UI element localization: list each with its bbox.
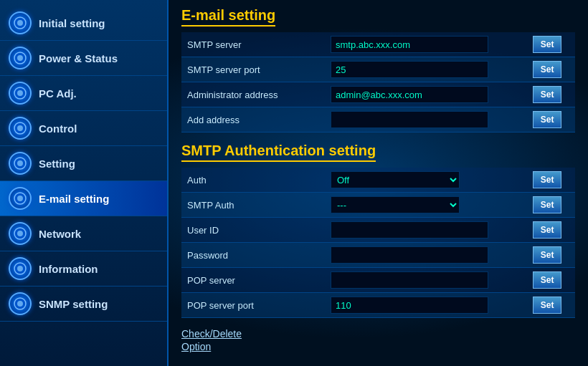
label-pop-server-port: POP server port	[181, 293, 325, 318]
svg-point-15	[17, 266, 23, 271]
check-delete-link[interactable]: Check/Delete	[181, 328, 575, 339]
set-btn-user-id[interactable]: Set	[533, 221, 562, 239]
sidebar: Initial setting Power & Status PC Adj. C…	[0, 0, 169, 366]
snmp-setting-icon	[9, 292, 32, 315]
label-admin-address: Administrator address	[181, 82, 325, 107]
sidebar-item-power-status[interactable]: Power & Status	[0, 41, 167, 76]
sidebar-item-email-setting[interactable]: E-mail setting	[0, 181, 167, 216]
input-smtp-server-port[interactable]	[331, 61, 488, 78]
sidebar-label-setting: Setting	[39, 158, 75, 170]
sidebar-item-information[interactable]: Information	[0, 251, 167, 286]
network-icon	[9, 222, 32, 245]
set-btn-admin-address[interactable]: Set	[533, 86, 562, 103]
sidebar-item-initial-setting[interactable]: Initial setting	[0, 6, 167, 41]
select-smtp-auth[interactable]: ---PLAINLOGINCRAM-MD5	[331, 196, 460, 213]
svg-point-1	[17, 20, 23, 26]
sidebar-item-control[interactable]: Control	[0, 111, 167, 146]
email-row-smtp-server-port: SMTP server portSet	[181, 57, 575, 82]
label-password: Password	[181, 243, 325, 268]
sidebar-item-network[interactable]: Network	[0, 216, 167, 251]
auth-row-password: PasswordSet	[181, 243, 575, 268]
sidebar-label-information: Information	[39, 263, 98, 275]
option-link[interactable]: Option	[181, 341, 575, 352]
svg-point-17	[17, 301, 23, 307]
main-content: E-mail setting SMTP serverSetSMTP server…	[169, 0, 588, 366]
auth-row-pop-server-port: POP server portSet	[181, 293, 575, 318]
sidebar-label-pc-adj: PC Adj.	[39, 87, 77, 100]
set-btn-pop-server[interactable]: Set	[533, 271, 562, 289]
email-setting-icon	[9, 187, 32, 210]
email-section: E-mail setting SMTP serverSetSMTP server…	[181, 7, 575, 133]
email-section-title: E-mail setting	[181, 7, 275, 27]
setting-icon	[9, 152, 32, 175]
control-icon	[9, 117, 32, 140]
pc-adj-icon	[9, 82, 32, 105]
input-pop-server[interactable]	[331, 271, 488, 289]
email-form-table: SMTP serverSetSMTP server portSetAdminis…	[181, 32, 575, 133]
sidebar-label-email-setting: E-mail setting	[39, 193, 109, 205]
label-pop-server: POP server	[181, 268, 325, 293]
input-user-id[interactable]	[331, 221, 488, 239]
action-links: Check/Delete Option	[181, 328, 575, 352]
svg-point-11	[17, 196, 23, 201]
auth-row-pop-server: POP serverSet	[181, 268, 575, 293]
label-smtp-server: SMTP server	[181, 32, 325, 57]
input-pop-server-port[interactable]	[331, 297, 488, 314]
svg-point-7	[17, 125, 23, 131]
auth-row-user-id: User IDSet	[181, 218, 575, 243]
label-user-id: User ID	[181, 218, 325, 243]
select-auth[interactable]: OffOn	[331, 171, 460, 188]
set-btn-smtp-auth[interactable]: Set	[533, 196, 562, 213]
smtp-auth-form-table: AuthOffOnSetSMTP Auth---PLAINLOGINCRAM-M…	[181, 168, 575, 318]
set-btn-smtp-server[interactable]: Set	[533, 36, 562, 53]
svg-point-9	[17, 160, 23, 166]
sidebar-label-initial-setting: Initial setting	[39, 17, 105, 29]
svg-point-3	[17, 55, 23, 61]
svg-point-5	[17, 90, 23, 96]
svg-point-13	[17, 231, 23, 236]
smtp-auth-section-title: SMTP Authentication setting	[181, 143, 376, 162]
input-add-address[interactable]	[331, 111, 488, 128]
sidebar-item-setting[interactable]: Setting	[0, 146, 167, 181]
sidebar-item-snmp-setting[interactable]: SNMP setting	[0, 286, 167, 322]
initial-setting-icon	[9, 11, 32, 34]
power-status-icon	[9, 47, 32, 69]
information-icon	[9, 257, 32, 280]
sidebar-label-control: Control	[39, 122, 77, 135]
set-btn-add-address[interactable]: Set	[533, 111, 562, 128]
label-smtp-server-port: SMTP server port	[181, 57, 325, 82]
label-smtp-auth: SMTP Auth	[181, 193, 325, 218]
auth-row-auth: AuthOffOnSet	[181, 168, 575, 193]
sidebar-label-snmp-setting: SNMP setting	[39, 298, 108, 310]
sidebar-item-pc-adj[interactable]: PC Adj.	[0, 76, 167, 111]
label-auth: Auth	[181, 168, 325, 193]
sidebar-label-power-status: Power & Status	[39, 52, 118, 64]
auth-row-smtp-auth: SMTP Auth---PLAINLOGINCRAM-MD5Set	[181, 193, 575, 218]
set-btn-smtp-server-port[interactable]: Set	[533, 61, 562, 78]
input-admin-address[interactable]	[331, 86, 488, 103]
input-smtp-server[interactable]	[331, 36, 488, 53]
email-row-admin-address: Administrator addressSet	[181, 82, 575, 107]
set-btn-password[interactable]: Set	[533, 246, 562, 264]
set-btn-auth[interactable]: Set	[533, 171, 562, 188]
email-row-smtp-server: SMTP serverSet	[181, 32, 575, 57]
email-row-add-address: Add addressSet	[181, 107, 575, 133]
smtp-auth-section: SMTP Authentication setting AuthOffOnSet…	[181, 143, 575, 318]
input-password[interactable]	[331, 246, 488, 264]
set-btn-pop-server-port[interactable]: Set	[533, 297, 562, 314]
sidebar-label-network: Network	[39, 228, 81, 240]
label-add-address: Add address	[181, 107, 325, 133]
